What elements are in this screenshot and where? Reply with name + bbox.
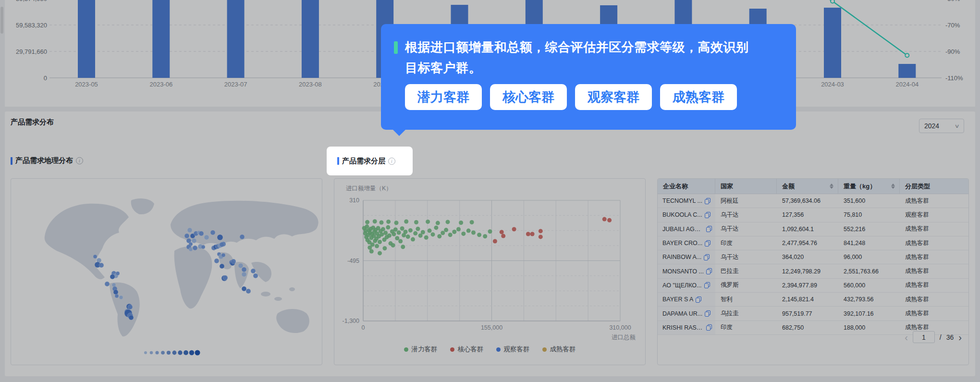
spotlight-tier-title: 产品需求分层 i [327, 147, 413, 175]
tour-tooltip: 根据进口额增量和总额，综合评估并区分需求等级，高效识别 目标客户群。 潜力客群核… [381, 24, 796, 130]
tour-segment-button[interactable]: 潜力客群 [405, 84, 482, 110]
tooltip-accent-bar [394, 41, 398, 54]
tooltip-text-line2: 目标客户群。 [405, 60, 481, 76]
tier-panel-title-label: 产品需求分层 [342, 157, 385, 166]
title-accent-bar [337, 157, 339, 165]
tooltip-text-line1: 根据进口额增量和总额，综合评估并区分需求等级，高效识别 [405, 39, 749, 56]
tooltip-buttons: 潜力客群核心客群观察客群成熟客群 [405, 84, 737, 110]
info-icon[interactable]: i [388, 158, 395, 165]
tour-segment-button[interactable]: 核心客群 [490, 84, 567, 110]
dashboard-page: 029,791,66059,583,32089,374,980-50%-70%-… [0, 0, 980, 382]
tour-segment-button[interactable]: 观察客群 [575, 84, 652, 110]
tooltip-arrow-icon [393, 130, 405, 136]
tour-segment-button[interactable]: 成熟客群 [660, 84, 737, 110]
